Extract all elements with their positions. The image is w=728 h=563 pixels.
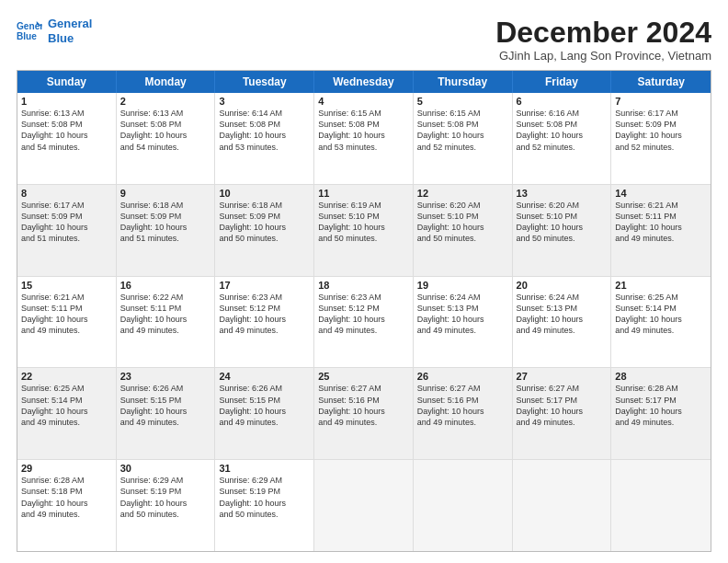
day-cell-17: 17Sunrise: 6:23 AMSunset: 5:12 PMDayligh… (215, 277, 314, 368)
day-cell-12: 12Sunrise: 6:20 AMSunset: 5:10 PMDayligh… (414, 185, 513, 276)
day-info: Sunrise: 6:23 AMSunset: 5:12 PMDaylight:… (318, 292, 409, 337)
day-cell-24: 24Sunrise: 6:26 AMSunset: 5:15 PMDayligh… (215, 368, 314, 459)
day-cell-29: 29Sunrise: 6:28 AMSunset: 5:18 PMDayligh… (17, 460, 117, 551)
day-number: 30 (120, 463, 211, 474)
day-info: Sunrise: 6:24 AMSunset: 5:13 PMDaylight:… (417, 292, 508, 337)
day-number: 20 (517, 280, 608, 291)
day-info: Sunrise: 6:17 AMSunset: 5:09 PMDaylight:… (21, 200, 112, 245)
day-cell-10: 10Sunrise: 6:18 AMSunset: 5:09 PMDayligh… (215, 185, 314, 276)
day-cell-22: 22Sunrise: 6:25 AMSunset: 5:14 PMDayligh… (17, 368, 117, 459)
day-number: 14 (615, 188, 707, 199)
day-info: Sunrise: 6:20 AMSunset: 5:10 PMDaylight:… (517, 200, 608, 245)
day-cell-1: 1Sunrise: 6:13 AMSunset: 5:08 PMDaylight… (17, 93, 117, 184)
header-day-monday: Monday (117, 71, 216, 93)
day-number: 5 (417, 96, 508, 107)
day-info: Sunrise: 6:20 AMSunset: 5:10 PMDaylight:… (417, 200, 508, 245)
calendar-week-2: 8Sunrise: 6:17 AMSunset: 5:09 PMDaylight… (17, 185, 711, 277)
calendar: SundayMondayTuesdayWednesdayThursdayFrid… (17, 70, 711, 552)
day-info: Sunrise: 6:27 AMSunset: 5:17 PMDaylight:… (517, 383, 608, 428)
day-cell-8: 8Sunrise: 6:17 AMSunset: 5:09 PMDaylight… (17, 185, 117, 276)
day-number: 28 (615, 371, 707, 382)
location: GJinh Lap, Lang Son Province, Vietnam (495, 49, 711, 63)
day-info: Sunrise: 6:27 AMSunset: 5:16 PMDaylight:… (318, 383, 409, 428)
header-day-thursday: Thursday (414, 71, 513, 93)
day-info: Sunrise: 6:26 AMSunset: 5:15 PMDaylight:… (219, 383, 310, 428)
day-info: Sunrise: 6:17 AMSunset: 5:09 PMDaylight:… (615, 108, 707, 153)
day-info: Sunrise: 6:24 AMSunset: 5:13 PMDaylight:… (517, 292, 608, 337)
day-number: 13 (517, 188, 608, 199)
empty-cell (513, 460, 612, 551)
day-cell-18: 18Sunrise: 6:23 AMSunset: 5:12 PMDayligh… (314, 277, 414, 368)
calendar-week-1: 1Sunrise: 6:13 AMSunset: 5:08 PMDaylight… (17, 93, 711, 185)
day-number: 23 (120, 371, 211, 382)
header-day-tuesday: Tuesday (215, 71, 314, 93)
day-number: 24 (219, 371, 310, 382)
calendar-week-3: 15Sunrise: 6:21 AMSunset: 5:11 PMDayligh… (17, 277, 711, 369)
day-cell-6: 6Sunrise: 6:16 AMSunset: 5:08 PMDaylight… (513, 93, 612, 184)
header: General Blue General Blue December 2024 … (17, 17, 711, 63)
day-info: Sunrise: 6:22 AMSunset: 5:11 PMDaylight:… (120, 292, 211, 337)
day-info: Sunrise: 6:15 AMSunset: 5:08 PMDaylight:… (318, 108, 409, 153)
day-info: Sunrise: 6:14 AMSunset: 5:08 PMDaylight:… (219, 108, 310, 153)
day-info: Sunrise: 6:15 AMSunset: 5:08 PMDaylight:… (417, 108, 508, 153)
day-number: 27 (517, 371, 608, 382)
day-info: Sunrise: 6:29 AMSunset: 5:19 PMDaylight:… (120, 475, 211, 520)
day-number: 11 (318, 188, 409, 199)
day-info: Sunrise: 6:27 AMSunset: 5:16 PMDaylight:… (417, 383, 508, 428)
day-info: Sunrise: 6:16 AMSunset: 5:08 PMDaylight:… (517, 108, 608, 153)
day-number: 26 (417, 371, 508, 382)
day-info: Sunrise: 6:19 AMSunset: 5:10 PMDaylight:… (318, 200, 409, 245)
day-cell-28: 28Sunrise: 6:28 AMSunset: 5:17 PMDayligh… (611, 368, 711, 459)
logo: General Blue General Blue (17, 17, 92, 45)
day-info: Sunrise: 6:18 AMSunset: 5:09 PMDaylight:… (120, 200, 211, 245)
day-number: 22 (21, 371, 112, 382)
day-cell-13: 13Sunrise: 6:20 AMSunset: 5:10 PMDayligh… (513, 185, 612, 276)
day-cell-9: 9Sunrise: 6:18 AMSunset: 5:09 PMDaylight… (117, 185, 216, 276)
header-day-wednesday: Wednesday (314, 71, 414, 93)
month-title: December 2024 (495, 17, 711, 49)
header-day-sunday: Sunday (17, 71, 117, 93)
day-cell-15: 15Sunrise: 6:21 AMSunset: 5:11 PMDayligh… (17, 277, 117, 368)
header-day-saturday: Saturday (611, 71, 711, 93)
day-number: 12 (417, 188, 508, 199)
empty-cell (611, 460, 711, 551)
day-cell-2: 2Sunrise: 6:13 AMSunset: 5:08 PMDaylight… (117, 93, 216, 184)
day-number: 8 (21, 188, 112, 199)
day-number: 2 (120, 96, 211, 107)
day-info: Sunrise: 6:25 AMSunset: 5:14 PMDaylight:… (615, 292, 707, 337)
day-cell-30: 30Sunrise: 6:29 AMSunset: 5:19 PMDayligh… (117, 460, 216, 551)
day-cell-19: 19Sunrise: 6:24 AMSunset: 5:13 PMDayligh… (414, 277, 513, 368)
day-number: 17 (219, 280, 310, 291)
day-info: Sunrise: 6:23 AMSunset: 5:12 PMDaylight:… (219, 292, 310, 337)
day-info: Sunrise: 6:26 AMSunset: 5:15 PMDaylight:… (120, 383, 211, 428)
day-cell-14: 14Sunrise: 6:21 AMSunset: 5:11 PMDayligh… (611, 185, 711, 276)
day-info: Sunrise: 6:21 AMSunset: 5:11 PMDaylight:… (615, 200, 707, 245)
day-info: Sunrise: 6:18 AMSunset: 5:09 PMDaylight:… (219, 200, 310, 245)
empty-cell (314, 460, 414, 551)
day-info: Sunrise: 6:25 AMSunset: 5:14 PMDaylight:… (21, 383, 112, 428)
logo-line2: Blue (48, 31, 92, 46)
logo-icon: General Blue (17, 18, 42, 44)
day-cell-20: 20Sunrise: 6:24 AMSunset: 5:13 PMDayligh… (513, 277, 612, 368)
day-info: Sunrise: 6:21 AMSunset: 5:11 PMDaylight:… (21, 292, 112, 337)
day-info: Sunrise: 6:13 AMSunset: 5:08 PMDaylight:… (21, 108, 112, 153)
day-number: 29 (21, 463, 112, 474)
day-cell-7: 7Sunrise: 6:17 AMSunset: 5:09 PMDaylight… (611, 93, 711, 184)
header-day-friday: Friday (513, 71, 612, 93)
day-info: Sunrise: 6:28 AMSunset: 5:18 PMDaylight:… (21, 475, 112, 520)
day-cell-5: 5Sunrise: 6:15 AMSunset: 5:08 PMDaylight… (414, 93, 513, 184)
calendar-body: 1Sunrise: 6:13 AMSunset: 5:08 PMDaylight… (17, 93, 711, 551)
day-number: 25 (318, 371, 409, 382)
day-cell-3: 3Sunrise: 6:14 AMSunset: 5:08 PMDaylight… (215, 93, 314, 184)
logo-line1: General (48, 17, 92, 31)
day-info: Sunrise: 6:28 AMSunset: 5:17 PMDaylight:… (615, 383, 707, 428)
day-cell-25: 25Sunrise: 6:27 AMSunset: 5:16 PMDayligh… (314, 368, 414, 459)
day-number: 21 (615, 280, 707, 291)
calendar-week-5: 29Sunrise: 6:28 AMSunset: 5:18 PMDayligh… (17, 460, 711, 551)
day-info: Sunrise: 6:29 AMSunset: 5:19 PMDaylight:… (219, 475, 310, 520)
day-number: 6 (517, 96, 608, 107)
day-number: 10 (219, 188, 310, 199)
day-cell-11: 11Sunrise: 6:19 AMSunset: 5:10 PMDayligh… (314, 185, 414, 276)
day-cell-31: 31Sunrise: 6:29 AMSunset: 5:19 PMDayligh… (215, 460, 314, 551)
title-area: December 2024 GJinh Lap, Lang Son Provin… (495, 17, 711, 63)
